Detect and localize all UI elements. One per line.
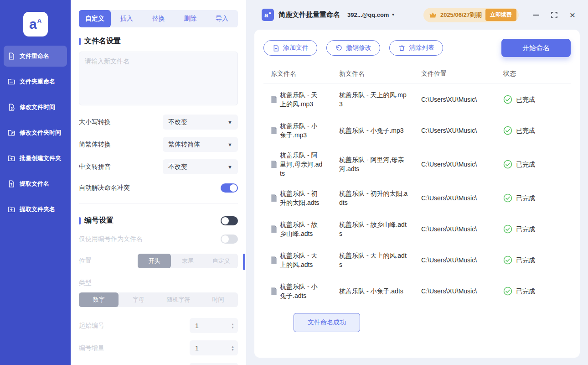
check-circle-icon [503, 256, 512, 265]
file-list-card: 添加文件 撤销修改 清除列表 开始命名 原文件名 新文件名 文件位置 状态 杭盖… [254, 30, 580, 358]
file-icon [271, 126, 277, 135]
account-email: 392...@qq.com [347, 11, 389, 18]
toggle-knob [222, 235, 229, 243]
tab-import[interactable]: 导入 [206, 10, 238, 27]
position-label: 位置 [79, 257, 92, 265]
type-option-2[interactable]: 随机字符 [159, 292, 198, 307]
type-option-0[interactable]: 数字 [79, 292, 119, 307]
status-text: 已完成 [516, 287, 535, 296]
increment-field[interactable] [195, 344, 231, 352]
file-icon [271, 194, 277, 202]
main-area: aA 简鹿文件批量重命名 392...@qq.com ▼ 2025/06/27到… [246, 0, 588, 365]
new-filename: 杭盖乐队 - 天上的风.mp3 [339, 90, 421, 109]
start-number-field[interactable] [195, 322, 231, 329]
file-row[interactable]: 杭盖乐队 - 天上的风.mp3杭盖乐队 - 天上的风.mp3C:\Users\X… [263, 84, 571, 115]
original-filename: 杭盖乐队 - 天上的风.mp3 [280, 90, 324, 109]
conflict-toggle-row: 自动解决命名冲突 [79, 183, 238, 193]
check-circle-icon [503, 287, 512, 296]
auto-resolve-conflict-toggle[interactable] [221, 183, 238, 193]
file-row[interactable]: 杭盖乐队 - 天上的风.adts杭盖乐队 - 天上的风.adtsC:\Users… [263, 245, 571, 276]
numbering-section-header: 编号设置 [79, 216, 238, 225]
case-conversion-value: 不改变 [168, 118, 187, 126]
sidebar-item-extract-filename[interactable]: 提取文件名 [4, 173, 67, 194]
sidebar-item-folder-rename[interactable]: 文件夹重命名 [4, 71, 67, 92]
only-number-toggle[interactable] [221, 235, 238, 244]
check-circle-icon [503, 95, 512, 104]
chevron-down-icon: ▼ [391, 13, 395, 17]
increment-input[interactable]: ▲▼ [190, 340, 238, 355]
position-option-0[interactable]: 开头 [138, 254, 171, 268]
logo-letter-small: A [37, 17, 41, 24]
panel-scrollbar-thumb[interactable] [243, 254, 245, 270]
undo-button[interactable]: 撤销修改 [326, 40, 380, 56]
sidebar-item-file-time[interactable]: 修改文件时间 [4, 97, 67, 118]
renew-button[interactable]: 立即续费 [485, 9, 516, 21]
sidebar-item-extract-foldername[interactable]: 提取文件夹名 [4, 199, 67, 220]
simplified-conversion-select[interactable]: 繁体转简体 ▼ [163, 137, 238, 152]
new-filename: 杭盖乐队 - 初升的太阳.adts [339, 189, 421, 207]
position-option-1[interactable]: 末尾 [171, 254, 204, 268]
minimize-button[interactable] [531, 10, 542, 21]
window-controls: × [531, 10, 578, 21]
type-option-3[interactable]: 时间 [198, 292, 238, 307]
new-filename-input[interactable] [79, 52, 238, 105]
sidebar-item-file-rename[interactable]: 文件重命名 [4, 46, 67, 67]
sidebar-item-folder-time[interactable]: 修改文件夹时间 [4, 122, 67, 143]
table-header: 原文件名 新文件名 文件位置 状态 [263, 64, 571, 84]
start-rename-button[interactable]: 开始命名 [501, 39, 571, 57]
undo-icon [335, 44, 343, 52]
start-number-input[interactable]: ▲▼ [190, 318, 238, 333]
file-row[interactable]: 杭盖乐队 - 小兔子.mp3杭盖乐队 - 小兔子.mp3C:\Users\XU\… [263, 115, 571, 146]
file-row[interactable]: 杭盖乐队 - 小兔子.adts杭盖乐队 - 小兔子.adtsC:\Users\X… [263, 276, 571, 307]
file-row[interactable]: 杭盖乐队 - 故乡山峰.adts杭盖乐队 - 故乡山峰.adtsC:\Users… [263, 214, 571, 245]
file-row[interactable]: 杭盖乐队 - 阿里河,母亲河.adts杭盖乐队 - 阿里河,母亲河.adtsC:… [263, 146, 571, 182]
case-conversion-label: 大小写转换 [79, 118, 111, 126]
tab-custom[interactable]: 自定义 [79, 10, 111, 27]
add-file-icon [272, 44, 280, 52]
type-option-1[interactable]: 字母 [119, 292, 158, 307]
close-button[interactable]: × [567, 10, 578, 21]
partial-number-input[interactable]: ▲▼ [190, 363, 238, 365]
tab-replace[interactable]: 替换 [143, 10, 175, 27]
original-filename: 杭盖乐队 - 故乡山峰.adts [280, 220, 324, 238]
start-number-row: 起始编号 ▲▼ [79, 318, 238, 333]
folder-time-icon [7, 129, 15, 137]
start-number-label: 起始编号 [79, 322, 104, 330]
position-row: 位置 开头末尾自定义 [79, 254, 238, 268]
case-conversion-row: 大小写转换 不改变 ▼ [79, 115, 238, 130]
partial-bottom-row: ▲▼ [79, 363, 238, 365]
extract-filename-icon [7, 180, 15, 188]
check-circle-icon [503, 126, 512, 135]
numbering-enable-toggle[interactable] [221, 216, 238, 225]
header-status: 状态 [503, 70, 571, 78]
file-row[interactable]: 杭盖乐队 - 初升的太阳.adts杭盖乐队 - 初升的太阳.adtsC:\Use… [263, 182, 571, 214]
folder-rename-icon [7, 78, 15, 86]
tab-insert[interactable]: 插入 [111, 10, 143, 27]
maximize-button[interactable] [549, 10, 560, 21]
add-files-button[interactable]: 添加文件 [263, 40, 317, 56]
sidebar-item-create-folders[interactable]: 批量创建文件夹 [4, 148, 67, 169]
spinner-icon[interactable]: ▲▼ [231, 323, 234, 329]
file-location: C:\Users\XU\Music\ [421, 224, 503, 234]
new-filename: 杭盖乐队 - 故乡山峰.adts [339, 220, 421, 238]
case-conversion-select[interactable]: 不改变 ▼ [163, 115, 238, 130]
spinner-icon[interactable]: ▲▼ [231, 345, 234, 351]
account-dropdown[interactable]: 392...@qq.com ▼ [347, 11, 395, 18]
logo-letter: a [29, 17, 37, 31]
sidebar-menu: 文件重命名文件夹重命名修改文件时间修改文件夹时间批量创建文件夹提取文件名提取文件… [0, 43, 71, 223]
original-filename: 杭盖乐队 - 小兔子.mp3 [280, 121, 324, 140]
app-icon: aA [262, 9, 274, 21]
position-option-2[interactable]: 自定义 [205, 254, 238, 268]
type-segmented: 数字字母随机字符时间 [79, 292, 238, 307]
pinyin-conversion-select[interactable]: 不改变 ▼ [163, 159, 238, 174]
app-window: a A 文件重命名文件夹重命名修改文件时间修改文件夹时间批量创建文件夹提取文件名… [0, 0, 588, 365]
check-circle-icon [503, 193, 512, 203]
clear-list-button[interactable]: 清除列表 [389, 40, 443, 56]
new-filename: 杭盖乐队 - 天上的风.adts [339, 251, 421, 269]
file-location: C:\Users\XU\Music\ [421, 256, 503, 265]
original-filename: 杭盖乐队 - 阿里河,母亲河.adts [280, 151, 324, 178]
file-location: C:\Users\XU\Music\ [421, 95, 503, 104]
original-filename: 杭盖乐队 - 初升的太阳.adts [280, 189, 324, 207]
tab-delete[interactable]: 删除 [174, 10, 206, 27]
file-location: C:\Users\XU\Music\ [421, 287, 503, 296]
